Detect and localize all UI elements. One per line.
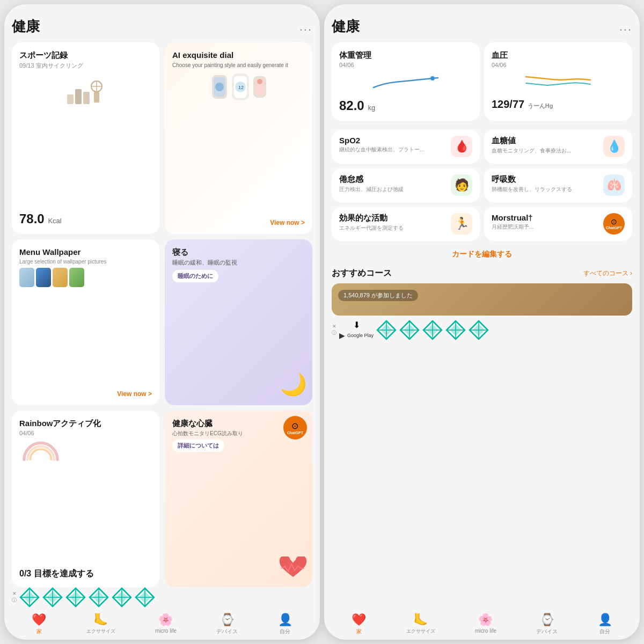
sleep-btn[interactable]: 睡眠のために: [172, 270, 218, 282]
breathing-card[interactable]: 呼吸数 肺機能を改善し、リラックスする 🫁: [484, 168, 632, 202]
fatigue-card[interactable]: 倦怠感 圧力検出、減圧および弛緩 🧑: [332, 168, 480, 202]
download-button[interactable]: ⬇ ▶ Google Play: [339, 320, 374, 340]
courses-section: おすすめコース すべてのコース › 1,540,879 が参加しました: [332, 268, 632, 316]
diamond-5[interactable]: [112, 587, 132, 608]
bp-card[interactable]: 血圧 04/06 129/77 うーんHg: [484, 42, 632, 121]
fatigue-desc: 圧力検出、減圧および弛緩: [339, 186, 447, 193]
ai-subtitle: Choose your painting style and easily ge…: [172, 62, 305, 69]
sleep-title: 寝る: [172, 247, 305, 258]
nav-device-right[interactable]: ⌚ デバイス: [536, 613, 558, 635]
sports-title: スポーツ記録: [19, 50, 152, 61]
diamond-r-5[interactable]: [469, 320, 489, 340]
nav-self-right[interactable]: 👤 自分: [598, 613, 612, 635]
weight-title: 体重管理: [339, 50, 472, 61]
diamond-r-1[interactable]: [376, 320, 397, 340]
diamond-1[interactable]: [19, 587, 40, 608]
course-card[interactable]: 1,540,879 が参加しました: [332, 283, 632, 316]
diamond-r-3[interactable]: [422, 320, 443, 340]
sports-subtitle: 09/13 室内サイクリング: [19, 62, 152, 70]
diamond-4[interactable]: [89, 587, 109, 608]
bp-value: 129/77 うーんHg: [492, 98, 625, 111]
heart-card[interactable]: 健康な心臓 心拍数モニタリECG読み取り ⊙ ChatGPT 詳細については: [165, 411, 312, 587]
sleep-subtitle: 睡眠の緩和、睡眠の監視: [172, 259, 305, 267]
close-info-left[interactable]: ✕ ⓘ: [12, 591, 17, 604]
fatigue-icon: 🧑: [451, 174, 472, 196]
spo2-card[interactable]: SpO2 継続的な血中酸素検出、プラトー... 🩸: [332, 129, 480, 164]
nav-exercise-right[interactable]: 🦶 エクササイズ: [406, 613, 435, 635]
weight-card[interactable]: 体重管理 04/06 82.0 kg: [332, 42, 480, 121]
sleep-card[interactable]: 寝る 睡眠の緩和、睡眠の監視 睡眠のために 🌙: [165, 239, 312, 405]
heart-subtitle: 心拍数モニタリECG読み取り: [172, 430, 243, 437]
left-ad-icons: ✕ ⓘ: [12, 587, 312, 608]
rainbow-title: Rainbowアクティブ化: [19, 418, 152, 429]
home-icon-left: ❤️: [32, 613, 46, 627]
nav-device-left[interactable]: ⌚ デバイス: [216, 613, 238, 635]
svg-point-16: [257, 79, 262, 84]
activity-desc: エネルギー代謝を測定する: [339, 224, 447, 231]
google-play-text: Google Play: [347, 333, 374, 338]
blood-sugar-icon: 💧: [603, 136, 625, 157]
spo2-icon: 🩸: [451, 136, 472, 157]
nav-home-right[interactable]: ❤️ 家: [352, 613, 366, 635]
menstrual-card[interactable]: Morstrual† 月経歴肥沃期予... ⊙ ChatGPT: [484, 207, 632, 241]
menu-subtitle: Large selection of wallpaper pictures: [19, 259, 152, 265]
wallpaper-thumbs: [19, 268, 152, 287]
moon-icon: 🌙: [280, 372, 307, 397]
ai-cta[interactable]: View now >: [172, 219, 305, 226]
activity-content: 効果的な活動 エネルギー代謝を測定する: [339, 213, 447, 231]
bp-chart: [492, 72, 625, 94]
google-play-logo: ▶: [339, 331, 345, 340]
diamond-6[interactable]: [135, 587, 155, 608]
diamond-r-4[interactable]: [445, 320, 466, 340]
activity-title: 効果的な活動: [339, 213, 447, 223]
right-header: 健康 ...: [332, 13, 632, 42]
close-info-right[interactable]: ✕ ⓘ: [332, 324, 336, 336]
rainbow-card[interactable]: Rainbowアクティブ化 04/06 0/3 目標を達成する: [12, 411, 159, 587]
edit-cards-btn[interactable]: カードを編集する: [332, 245, 632, 264]
right-title: 健康: [332, 17, 360, 36]
menu-title: Menu Wallpaper: [19, 247, 152, 258]
diamond-r-2[interactable]: [399, 320, 420, 340]
sports-value: 78.0 Kcal: [19, 211, 152, 226]
breathing-desc: 肺機能を改善し、リラックスする: [492, 186, 599, 193]
nav-micro-right[interactable]: 🌸 micro life: [475, 613, 496, 635]
svg-text:12: 12: [238, 85, 244, 90]
left-nav-bar: ❤️ 家 🦶 エクササイズ 🌸 micro life ⌚ デバイス 👤: [12, 611, 312, 640]
rainbow-arc: [19, 436, 152, 469]
activity-icon: 🏃: [451, 213, 472, 235]
courses-header: おすすめコース すべてのコース ›: [332, 268, 632, 279]
bp-subtitle: 04/06: [492, 62, 625, 68]
menu-cta[interactable]: View now >: [19, 390, 152, 398]
breathing-title: 呼吸数: [492, 174, 599, 185]
exercise-icon-right: 🦶: [413, 613, 428, 627]
chatgpt-badge-left: ⊙ ChatGPT: [283, 416, 307, 440]
ai-card[interactable]: AI exquisite dial Choose your painting s…: [165, 42, 312, 234]
weight-chart: [339, 72, 472, 94]
svg-rect-6: [94, 92, 99, 103]
svg-point-41: [430, 76, 435, 80]
right-more-button[interactable]: ...: [619, 20, 632, 34]
left-more-button[interactable]: ...: [299, 20, 312, 34]
sports-card[interactable]: スポーツ記録 09/13 室内サイクリング: [12, 42, 159, 234]
svg-rect-0: [67, 94, 74, 104]
menstrual-title: Morstrual†: [492, 213, 599, 222]
self-icon-right: 👤: [598, 613, 612, 627]
nav-home-left[interactable]: ❤️ 家: [32, 613, 46, 635]
nav-micro-left[interactable]: 🌸 micro life: [155, 613, 177, 635]
heart-title: 健康な心臓: [172, 418, 243, 429]
nav-exercise-left[interactable]: 🦶 エクササイズ: [86, 613, 115, 635]
detail-btn[interactable]: 詳細については: [172, 440, 224, 452]
activity-card[interactable]: 効果的な活動 エネルギー代謝を測定する 🏃: [332, 207, 480, 241]
ai-title: AI exquisite dial: [172, 50, 305, 61]
spo2-title: SpO2: [339, 136, 447, 145]
blood-sugar-card[interactable]: 血糖値 血糖モニタリング、食事療法お... 💧: [484, 129, 632, 164]
nav-self-left[interactable]: 👤 自分: [278, 613, 292, 635]
courses-link[interactable]: すべてのコース ›: [583, 269, 632, 278]
blood-sugar-desc: 血糖モニタリング、食事療法お...: [492, 147, 599, 154]
self-icon-left: 👤: [278, 613, 292, 627]
heart-illustration: [279, 557, 308, 583]
left-screen: 健康 ... スポーツ記録 09/13 室内サイクリング: [4, 4, 320, 640]
menu-card[interactable]: Menu Wallpaper Large selection of wallpa…: [12, 239, 159, 405]
diamond-3[interactable]: [65, 587, 86, 608]
diamond-2[interactable]: [42, 587, 63, 608]
